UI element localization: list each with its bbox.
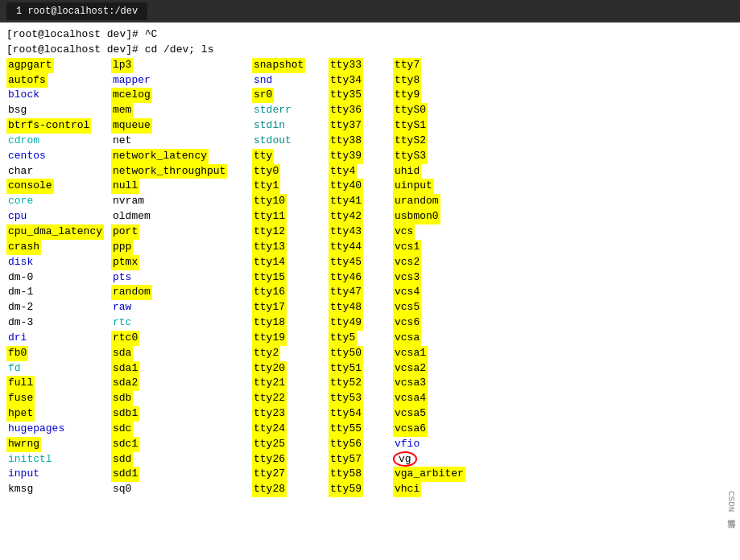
list-item: vfio bbox=[393, 437, 477, 452]
list-item: vcsa5 bbox=[393, 406, 477, 422]
list-item: kmsg bbox=[6, 482, 111, 497]
list-item: ttyS1 bbox=[393, 118, 477, 134]
list-item: nvram bbox=[111, 194, 252, 209]
list-item: tty51 bbox=[329, 361, 393, 377]
list-item: initctl bbox=[6, 452, 111, 467]
list-item: tty1 bbox=[252, 179, 329, 194]
list-item: tty19 bbox=[252, 331, 329, 346]
list-item: tty46 bbox=[329, 270, 393, 286]
prompt-line-2: [root@localhost dev]# cd /dev; ls bbox=[6, 43, 734, 58]
list-item: urandom bbox=[393, 194, 477, 209]
list-item: rtc0 bbox=[111, 331, 252, 346]
list-item: mapper bbox=[111, 73, 252, 89]
list-item: rtc bbox=[111, 315, 252, 331]
list-item: tty14 bbox=[252, 255, 329, 270]
list-item: tty53 bbox=[329, 391, 393, 406]
list-item: input bbox=[6, 467, 111, 482]
ls-column-0: agpgartautofsblockbsgbtrfs-controlcdromc… bbox=[6, 58, 111, 497]
list-item: tty49 bbox=[329, 315, 393, 331]
prompt-text-2: [root@localhost dev]# cd /dev; ls bbox=[6, 43, 213, 56]
list-item: vcsa4 bbox=[393, 391, 477, 406]
list-item: block bbox=[6, 88, 111, 103]
list-item: tty42 bbox=[329, 209, 393, 224]
list-item: full bbox=[6, 376, 111, 391]
list-item: sr0 bbox=[252, 88, 329, 103]
list-item: vcsa bbox=[393, 331, 477, 346]
list-item: tty43 bbox=[329, 224, 393, 240]
list-item: mqueue bbox=[111, 118, 252, 134]
list-item: tty20 bbox=[252, 361, 329, 377]
list-item: tty28 bbox=[252, 482, 329, 497]
list-item: tty16 bbox=[252, 285, 329, 300]
list-item: ttyS0 bbox=[393, 103, 477, 118]
list-item: bsg bbox=[6, 103, 111, 118]
list-item: hwrng bbox=[6, 437, 111, 452]
list-item: tty21 bbox=[252, 376, 329, 391]
list-item: net bbox=[111, 134, 252, 149]
list-item: tty41 bbox=[329, 194, 393, 209]
list-item: ttyS3 bbox=[393, 149, 477, 164]
ls-column-4: tty7tty8tty9ttyS0ttyS1ttyS2ttyS3uhiduinp… bbox=[393, 58, 477, 497]
list-item: vcs bbox=[393, 224, 477, 240]
list-item: sdc1 bbox=[111, 437, 252, 452]
list-item: console bbox=[6, 179, 111, 194]
list-item: vcsa1 bbox=[393, 346, 477, 361]
list-item: tty23 bbox=[252, 406, 329, 422]
list-item: raw bbox=[111, 300, 252, 315]
list-item: tty55 bbox=[329, 422, 393, 437]
list-item: tty58 bbox=[329, 467, 393, 482]
list-item: ttyS2 bbox=[393, 134, 477, 149]
list-item: tty15 bbox=[252, 270, 329, 286]
list-item: vga_arbiter bbox=[393, 467, 477, 482]
list-item: vcsa2 bbox=[393, 361, 477, 377]
list-item: sq0 bbox=[111, 482, 252, 497]
list-item: centos bbox=[6, 149, 111, 164]
list-item: disk bbox=[6, 255, 111, 270]
list-item: hugepages bbox=[6, 422, 111, 437]
list-item: tty54 bbox=[329, 406, 393, 422]
list-item: vcs5 bbox=[393, 300, 477, 315]
list-item: tty39 bbox=[329, 149, 393, 164]
list-item: tty35 bbox=[329, 88, 393, 103]
list-item: sdd1 bbox=[111, 467, 252, 482]
list-item: snd bbox=[252, 73, 329, 89]
list-item: ppp bbox=[111, 240, 252, 255]
list-item: tty27 bbox=[252, 467, 329, 482]
list-item: dm-2 bbox=[6, 300, 111, 315]
list-item: tty56 bbox=[329, 437, 393, 452]
list-item: sdd bbox=[111, 452, 252, 467]
terminal-window: [root@localhost dev]# ^C [root@localhost… bbox=[0, 23, 740, 560]
list-item: tty25 bbox=[252, 437, 329, 452]
list-item: tty37 bbox=[329, 118, 393, 134]
list-item: tty40 bbox=[329, 179, 393, 194]
list-item: oldmem bbox=[111, 209, 252, 224]
list-item: hpet bbox=[6, 406, 111, 422]
list-item: mcelog bbox=[111, 88, 252, 103]
list-item: cdrom bbox=[6, 134, 111, 149]
list-item: sdb bbox=[111, 391, 252, 406]
list-item: dri bbox=[6, 331, 111, 346]
list-item: core bbox=[6, 194, 111, 209]
terminal-tab[interactable]: 1 root@localhost:/dev bbox=[6, 2, 147, 20]
list-item: tty7 bbox=[393, 58, 477, 73]
list-item: tty8 bbox=[393, 73, 477, 89]
list-item: vg bbox=[393, 452, 477, 467]
list-item: stdin bbox=[252, 118, 329, 134]
list-item: vcs1 bbox=[393, 240, 477, 255]
list-item: vcsa3 bbox=[393, 376, 477, 391]
list-item: uhid bbox=[393, 164, 477, 179]
list-item: tty45 bbox=[329, 255, 393, 270]
list-item: agpgart bbox=[6, 58, 111, 73]
list-item: tty18 bbox=[252, 315, 329, 331]
list-item: network_latency bbox=[111, 149, 252, 164]
list-item: tty48 bbox=[329, 300, 393, 315]
list-item: tty5 bbox=[329, 331, 393, 346]
list-item: tty24 bbox=[252, 422, 329, 437]
list-item: tty17 bbox=[252, 300, 329, 315]
list-item: tty26 bbox=[252, 452, 329, 467]
list-item: tty0 bbox=[252, 164, 329, 179]
list-item: tty59 bbox=[329, 482, 393, 497]
list-item: port bbox=[111, 224, 252, 240]
list-item: vcs4 bbox=[393, 285, 477, 300]
list-item: sda1 bbox=[111, 361, 252, 377]
